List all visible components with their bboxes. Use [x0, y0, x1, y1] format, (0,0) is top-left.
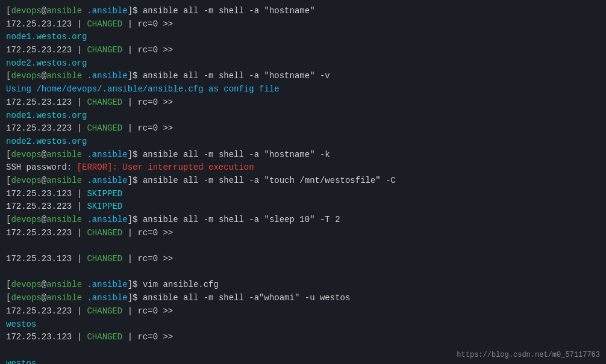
terminal-line: Using /home/devops/.ansible/ansible.cfg … — [6, 83, 600, 96]
extra-info: | rc=0 >> — [122, 306, 173, 316]
terminal-line: [devops@ansible .ansible]$ ansible all -… — [6, 70, 600, 83]
bracket-close: ] — [128, 6, 133, 16]
terminal-line: 172.25.23.223 | CHANGED | rc=0 >> — [6, 122, 600, 135]
output-text-small: westos — [6, 359, 36, 364]
path: .ansible — [87, 215, 127, 224]
separator: | — [72, 228, 87, 238]
command-text: vim ansible.cfg — [137, 280, 218, 289]
output-text: node2.westos.org — [6, 58, 87, 68]
ip-address: 172.25.23.223 — [6, 306, 72, 316]
extra-info: | rc=0 >> — [122, 228, 173, 238]
status-changed: CHANGED — [87, 97, 122, 107]
ip-address: 172.25.23.123 — [6, 97, 72, 107]
path: .ansible — [87, 293, 127, 303]
status-skipped: SKIPPED — [87, 202, 122, 211]
prompt-text: [devops@ansible .ansible]$ — [6, 280, 137, 289]
separator: | — [72, 123, 87, 133]
separator: | — [72, 306, 87, 316]
user: devops — [11, 176, 41, 185]
at: @ — [42, 293, 46, 303]
output-text: node1.westos.org — [6, 32, 87, 42]
terminal: [devops@ansible .ansible]$ ansible all -… — [0, 0, 606, 364]
host: ansible — [46, 6, 82, 16]
separator: | — [72, 332, 87, 342]
prompt-text: [devops@ansible .ansible]$ — [6, 293, 137, 303]
extra-info: | rc=0 >> — [122, 123, 173, 133]
extra-info: | rc=0 >> — [122, 19, 173, 29]
user: devops — [11, 215, 41, 224]
terminal-line — [6, 239, 600, 253]
user: devops — [11, 293, 41, 303]
command-text: ansible all -m shell -a "sleep 10" -T 2 — [137, 215, 340, 224]
terminal-line — [6, 266, 600, 279]
at: @ — [42, 150, 46, 159]
ip-address: 172.25.23.223 — [6, 123, 72, 133]
bracket-close: ] — [128, 293, 133, 303]
command-text: ansible all -m shell -a"whoami" -u westo… — [137, 293, 350, 303]
terminal-line: SSH password: [ERROR]: User interrupted … — [6, 161, 600, 174]
bracket-close: ] — [128, 150, 133, 159]
terminal-line: [devops@ansible .ansible]$ vim ansible.c… — [6, 279, 600, 292]
watermark-text: https://blog.csdn.net/m0_57117763 — [457, 351, 600, 359]
ip-address: 172.25.23.223 — [6, 45, 72, 55]
command-text: ansible all -m shell -a "hostname" -v — [137, 71, 330, 81]
terminal-line: 172.25.23.223 | CHANGED | rc=0 >> — [6, 305, 600, 318]
terminal-line: [devops@ansible .ansible]$ ansible all -… — [6, 5, 600, 18]
status-changed: CHANGED — [87, 123, 122, 133]
output-text: node1.westos.org — [6, 111, 87, 120]
host: ansible — [46, 150, 82, 159]
status-changed: CHANGED — [87, 19, 122, 29]
extra-info: | rc=0 >> — [122, 45, 173, 55]
terminal-line: 172.25.23.123 | CHANGED | rc=0 >> — [6, 18, 600, 31]
terminal-line: 172.25.23.223 | CHANGED | rc=0 >> — [6, 44, 600, 57]
extra-info: | rc=0 >> — [122, 97, 173, 107]
status-changed: CHANGED — [87, 306, 122, 316]
terminal-line: [devops@ansible .ansible]$ ansible all -… — [6, 214, 600, 227]
host: ansible — [46, 280, 82, 289]
extra-info: | rc=0 >> — [122, 254, 173, 264]
separator: | — [72, 19, 87, 29]
at: @ — [42, 176, 46, 185]
ip-address: 172.25.23.123 — [6, 332, 72, 342]
terminal-line: 172.25.23.123 | CHANGED | rc=0 >> — [6, 96, 600, 110]
error-text: [ERROR]: User interrupted execution — [72, 162, 254, 172]
bracket-close: ] — [128, 176, 133, 185]
prompt-text: [devops@ansible .ansible]$ — [6, 6, 137, 16]
path: .ansible — [87, 280, 127, 289]
ip-address: 172.25.23.223 — [6, 228, 72, 238]
ip-address: 172.25.23.123 — [6, 189, 72, 199]
host: ansible — [46, 215, 82, 224]
ssh-label: SSH password: — [6, 162, 72, 172]
config-info-text: Using /home/devops/.ansible/ansible.cfg … — [6, 84, 280, 94]
user: devops — [11, 71, 41, 81]
separator: | — [72, 45, 87, 55]
path: .ansible — [87, 71, 127, 81]
path: .ansible — [87, 6, 127, 16]
path: .ansible — [87, 150, 127, 159]
extra-info: | rc=0 >> — [122, 332, 173, 342]
output-text: westos — [6, 319, 36, 329]
terminal-line: 172.25.23.223 | SKIPPED — [6, 200, 600, 214]
host: ansible — [46, 293, 82, 303]
terminal-line: node2.westos.org — [6, 135, 600, 149]
status-skipped: SKIPPED — [87, 189, 122, 199]
bracket-close: ] — [128, 280, 133, 289]
terminal-line: westos — [6, 318, 600, 332]
at: @ — [42, 280, 46, 289]
user: devops — [11, 150, 41, 159]
command-text: ansible all -m shell -a "touch /mnt/west… — [137, 176, 395, 185]
status-changed: CHANGED — [87, 228, 122, 238]
terminal-line: [devops@ansible .ansible]$ ansible all -… — [6, 174, 600, 188]
host: ansible — [46, 71, 82, 81]
at: @ — [42, 6, 46, 16]
at: @ — [42, 71, 46, 81]
status-changed: CHANGED — [87, 332, 122, 342]
separator: | — [72, 254, 87, 264]
prompt-text: [devops@ansible .ansible]$ — [6, 71, 137, 81]
bracket-close: ] — [128, 71, 133, 81]
output-text: node2.westos.org — [6, 137, 87, 146]
prompt-text: [devops@ansible .ansible]$ — [6, 215, 137, 224]
separator: | — [72, 97, 87, 107]
terminal-line: 172.25.23.123 | SKIPPED — [6, 188, 600, 201]
separator: | — [72, 189, 87, 199]
